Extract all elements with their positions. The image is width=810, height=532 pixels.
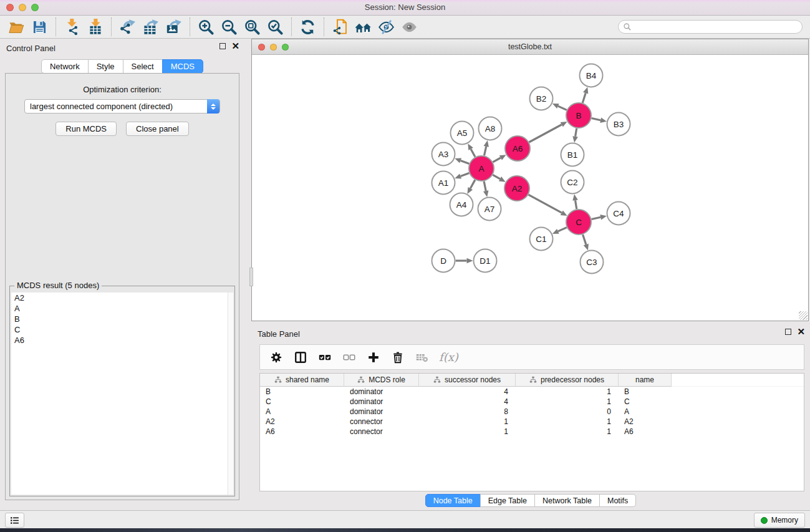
graph-edge-A-A7[interactable] <box>484 181 486 191</box>
show-all-button[interactable] <box>398 17 421 37</box>
graph-edge-A-A5[interactable] <box>471 149 475 157</box>
column-header-predecessor-nodes[interactable]: predecessor nodes <box>516 374 619 387</box>
graph-node-A3[interactable]: A3 <box>432 143 455 166</box>
optimization-select[interactable]: largest connected component (directed) <box>24 99 220 114</box>
graph-edge-A6-B[interactable] <box>529 125 561 142</box>
network-window-titlebar[interactable]: testGlobe.txt <box>252 39 808 55</box>
hide-selected-button[interactable] <box>375 17 398 37</box>
column-header-name[interactable]: name <box>619 374 672 387</box>
float-table-panel-icon[interactable] <box>785 329 791 335</box>
graph-edge-B-B3[interactable] <box>592 118 601 120</box>
result-scrollbar[interactable] <box>228 293 233 495</box>
graph-edge-A2-C[interactable] <box>528 195 561 213</box>
tab-select[interactable]: Select <box>123 59 163 74</box>
export-network-button[interactable] <box>116 17 139 37</box>
delete-button[interactable] <box>390 350 405 365</box>
first-neighbors-button[interactable] <box>352 17 375 37</box>
result-list-item[interactable]: B <box>11 314 233 324</box>
float-panel-icon[interactable] <box>219 43 226 49</box>
graph-node-B3[interactable]: B3 <box>607 113 630 136</box>
run-mcds-button[interactable]: Run MCDS <box>55 122 117 136</box>
graph-node-D1[interactable]: D1 <box>474 249 497 273</box>
graph-node-B1[interactable]: B1 <box>561 143 584 167</box>
graph-edge-C-C1[interactable] <box>558 228 567 231</box>
import-network-button[interactable] <box>60 17 84 37</box>
graph-node-A8[interactable]: A8 <box>479 117 502 140</box>
graph-node-A6[interactable]: A6 <box>505 136 530 161</box>
result-list-item[interactable]: C <box>11 324 233 335</box>
tab-network[interactable]: Network <box>41 59 89 74</box>
graph-node-A1[interactable]: A1 <box>432 172 455 195</box>
export-image-button[interactable] <box>162 17 185 37</box>
table-row[interactable]: Bdominator41B <box>260 387 804 397</box>
import-table-button[interactable] <box>84 17 107 37</box>
tab-edge-table[interactable]: Edge Table <box>480 494 535 507</box>
graph-node-A2[interactable]: A2 <box>504 176 529 201</box>
graph-node-C[interactable]: C <box>566 210 591 235</box>
graph-node-A4[interactable]: A4 <box>450 193 473 216</box>
graph-edge-B-B1[interactable] <box>576 128 577 137</box>
graph-node-C4[interactable]: C4 <box>607 202 630 225</box>
result-list-item[interactable]: A <box>11 303 233 314</box>
table-row[interactable]: Adominator80A <box>260 407 804 417</box>
tab-network-table[interactable]: Network Table <box>534 494 600 507</box>
graph-node-B4[interactable]: B4 <box>580 64 603 87</box>
delete-table-button[interactable] <box>415 350 430 365</box>
close-panel-icon[interactable]: ✕ <box>231 43 239 49</box>
result-list-item[interactable]: A6 <box>11 335 233 346</box>
gear-button[interactable] <box>269 350 284 365</box>
graph-edge-A-A6[interactable] <box>493 158 500 162</box>
resize-grip-icon[interactable] <box>799 311 808 320</box>
graph-edge-A-A2[interactable] <box>493 175 500 179</box>
table-row[interactable]: A2connector11A2 <box>260 417 804 427</box>
result-list-item[interactable]: A2 <box>11 293 233 303</box>
graph-edge-A-A3[interactable] <box>461 160 470 163</box>
graph-node-C2[interactable]: C2 <box>561 171 584 194</box>
tab-node-table[interactable]: Node Table <box>425 494 481 507</box>
graph-node-A[interactable]: A <box>469 156 494 181</box>
column-header-shared-name[interactable]: shared name <box>260 374 344 387</box>
column-header-MCDS-role[interactable]: MCDS role <box>344 374 419 387</box>
zoom-selected-button[interactable] <box>264 17 287 37</box>
graph-edge-B-B2[interactable] <box>558 106 567 110</box>
graph-node-A7[interactable]: A7 <box>478 198 501 221</box>
tab-motifs[interactable]: Motifs <box>599 494 636 507</box>
save-session-button[interactable] <box>28 17 51 37</box>
graph-edge-C-C3[interactable] <box>583 235 586 244</box>
select-all-button[interactable] <box>317 350 332 365</box>
search-input[interactable] <box>618 20 803 34</box>
close-table-panel-icon[interactable]: ✕ <box>797 329 805 335</box>
graph-edge-A-A1[interactable] <box>461 173 470 176</box>
deselect-all-button[interactable] <box>342 350 357 365</box>
tab-mcds[interactable]: MCDS <box>162 59 203 74</box>
graph-edge-B-B4[interactable] <box>582 93 586 103</box>
refresh-button[interactable] <box>296 17 319 37</box>
graph-edge-C-C2[interactable] <box>576 200 577 209</box>
network-canvas[interactable]: AA1A2A3A4A5A6A7A8BB1B2B3B4CC1C2C3C4DD1 <box>252 56 808 321</box>
graph-node-B[interactable]: B <box>566 103 591 128</box>
graph-node-C1[interactable]: C1 <box>530 228 553 251</box>
memory-button[interactable]: Memory <box>754 513 805 528</box>
export-table-button[interactable] <box>139 17 162 37</box>
table-row[interactable]: Cdominator41C <box>260 397 804 407</box>
task-history-button[interactable] <box>5 513 24 528</box>
graph-node-C3[interactable]: C3 <box>581 251 604 274</box>
table-row[interactable]: A6connector11A6 <box>260 427 804 437</box>
graph-edge-A-A8[interactable] <box>484 147 486 156</box>
graph-node-B2[interactable]: B2 <box>530 87 553 110</box>
add-button[interactable] <box>366 350 381 365</box>
open-session-button[interactable] <box>5 17 28 37</box>
columns-button[interactable] <box>293 350 308 365</box>
graph-node-D[interactable]: D <box>432 249 455 273</box>
zoom-out-button[interactable] <box>218 17 241 37</box>
graph-edge-A-A4[interactable] <box>470 180 475 188</box>
zoom-in-button[interactable] <box>195 17 218 37</box>
graph-node-A5[interactable]: A5 <box>451 122 474 145</box>
graph-edge-C-C4[interactable] <box>592 217 601 219</box>
split-pane-handle[interactable] <box>249 268 253 286</box>
function-builder-button[interactable]: f(x) <box>439 351 458 364</box>
network-from-selection-button[interactable] <box>329 17 352 37</box>
close-panel-button[interactable]: Close panel <box>126 122 189 136</box>
zoom-fit-button[interactable] <box>241 17 264 37</box>
tab-style[interactable]: Style <box>88 59 123 74</box>
